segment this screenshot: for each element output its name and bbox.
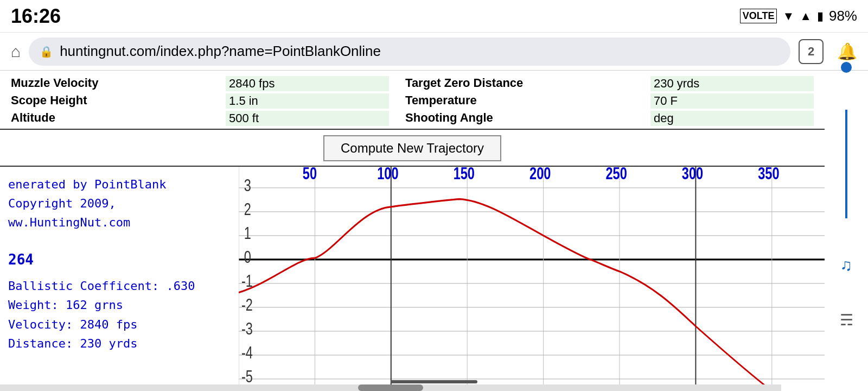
y-label-2: 2: [244, 200, 251, 219]
y-label-3: 3: [244, 176, 251, 195]
x-label-350: 350: [758, 167, 779, 183]
main-content: Muzzle Velocity 2840 fps Target Zero Dis…: [0, 71, 825, 391]
generated-by-line1: enerated by PointBlank: [8, 175, 233, 194]
target-zero-distance-label: Target Zero Distance: [405, 76, 634, 91]
temperature-label: Temperature: [405, 93, 634, 109]
altitude-value: 500 ft: [226, 111, 389, 126]
distance-spec: Distance: 230 yrds: [8, 334, 233, 353]
scrollbar-thumb[interactable]: [358, 384, 423, 391]
tab-count-button[interactable]: 2: [799, 39, 824, 64]
scrollbar[interactable]: [0, 384, 781, 391]
muzzle-velocity-label: Muzzle Velocity: [11, 76, 209, 91]
generated-by-line2: Copyright 2009,: [8, 194, 233, 213]
home-icon[interactable]: ⌂: [11, 42, 21, 61]
target-zero-distance-value: 230 yrds: [650, 76, 814, 91]
signal-icon: ▲: [800, 9, 812, 23]
sidebar-sliders-icon[interactable]: ☴: [840, 311, 853, 329]
volte-icon: VOLTE: [740, 9, 777, 23]
battery-icon: ▮: [817, 9, 824, 23]
right-sidebar: ♫ ☴: [825, 0, 868, 391]
compute-button[interactable]: Compute New Trajectory: [323, 135, 501, 161]
ballistic-coeff: Ballistic Coefficent: .630: [8, 276, 233, 295]
trajectory-chart-svg: 3 2 1 0 -1 -2 -3 -4 -5 -6 50 100 150 200…: [239, 167, 825, 391]
y-label-0: 0: [244, 248, 251, 267]
y-label-n2: -2: [241, 295, 253, 314]
y-label-n5: -5: [241, 367, 253, 386]
shooting-angle-value: deg: [650, 111, 814, 126]
params-grid: Muzzle Velocity 2840 fps Target Zero Dis…: [11, 76, 814, 126]
chart-container: 3 2 1 0 -1 -2 -3 -4 -5 -6 50 100 150 200…: [239, 167, 825, 391]
x-label-50: 50: [303, 167, 317, 183]
altitude-label: Altitude: [11, 111, 209, 126]
scope-height-label: Scope Height: [11, 93, 209, 109]
temperature-value: 70 F: [650, 93, 814, 109]
params-table: Muzzle Velocity 2840 fps Target Zero Dis…: [0, 71, 825, 130]
sidebar-line: [845, 110, 847, 218]
generated-by-line3: ww.HuntingNut.com: [8, 213, 233, 232]
address-bar[interactable]: 🔒 huntingnut.com/index.php?name=PointBla…: [29, 37, 790, 66]
specs-block: Ballistic Coefficent: .630 Weight: 162 g…: [8, 276, 233, 353]
caliber-text: 264: [8, 249, 233, 272]
address-bar-row: ⌂ 🔒 huntingnut.com/index.php?name=PointB…: [0, 33, 868, 71]
status-bar: 16:26 VOLTE ▼ ▲ ▮ 98%: [0, 0, 868, 33]
home-indicator: [391, 380, 477, 383]
status-time: 16:26: [11, 5, 61, 28]
muzzle-velocity-value: 2840 fps: [226, 76, 389, 91]
y-label-n3: -3: [241, 319, 253, 338]
x-label-150: 150: [454, 167, 475, 183]
y-label-1: 1: [244, 224, 251, 243]
trajectory-curve: [239, 199, 825, 391]
sidebar-note-icon: ♫: [840, 256, 853, 274]
weight-spec: Weight: 162 grns: [8, 295, 233, 314]
x-label-250: 250: [605, 167, 627, 183]
x-label-200: 200: [529, 167, 551, 183]
sidebar-dot-top: [841, 62, 852, 73]
compute-btn-row: Compute New Trajectory: [0, 130, 825, 167]
wifi-icon: ▼: [782, 9, 794, 23]
x-label-100: 100: [377, 167, 398, 183]
y-label-n4: -4: [241, 343, 253, 362]
scope-height-value: 1.5 in: [226, 93, 389, 109]
chart-area: enerated by PointBlank Copyright 2009, w…: [0, 167, 825, 391]
left-panel: enerated by PointBlank Copyright 2009, w…: [0, 167, 239, 391]
security-icon: 🔒: [40, 45, 53, 58]
shooting-angle-label: Shooting Angle: [405, 111, 634, 126]
url-text: huntingnut.com/index.php?name=PointBlank…: [60, 43, 381, 60]
velocity-spec: Velocity: 2840 fps: [8, 315, 233, 334]
x-label-300: 300: [682, 167, 703, 183]
